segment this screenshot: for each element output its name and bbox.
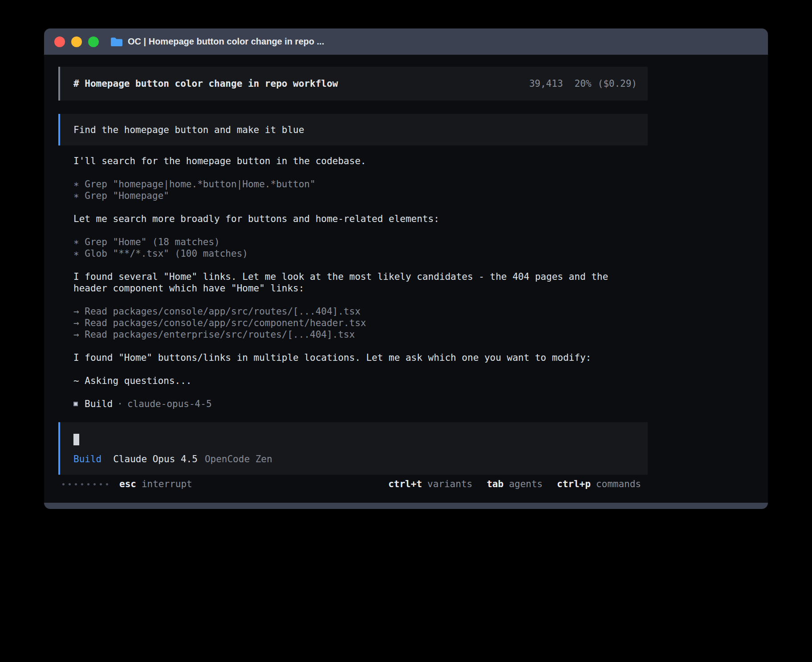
assistant-text: I found "Home" buttons/links in multiple…: [73, 352, 637, 363]
agent-separator: ·: [117, 398, 123, 410]
tool-call-read: → Read packages/console/app/src/routes/[…: [73, 306, 637, 317]
agent-status-row: Build · claude-opus-4-5: [73, 398, 637, 410]
terminal-body: # Homepage button color change in repo w…: [44, 55, 768, 503]
prompt-input[interactable]: Build Claude Opus 4.5 OpenCode Zen: [58, 422, 648, 475]
blank-line: [73, 202, 637, 213]
conversation-transcript: I'll search for the homepage button in t…: [58, 155, 648, 410]
session-header: # Homepage button color change in repo w…: [58, 67, 648, 101]
blank-line: [73, 294, 637, 306]
blank-line: [73, 363, 637, 375]
token-count: 39,413: [529, 78, 563, 89]
ctrl-t-key-hint: ctrl+t: [388, 479, 422, 489]
window-title: OC | Homepage button color change in rep…: [128, 36, 324, 47]
tool-call-grep: ∗ Grep "homepage|home.*button|Home.*butt…: [73, 178, 637, 190]
status-left: esc interrupt: [62, 479, 192, 489]
agent-model: claude-opus-4-5: [127, 398, 212, 410]
status-bar: esc interrupt ctrl+t variants tab agents…: [58, 478, 648, 490]
user-message: Find the homepage button and make it blu…: [58, 114, 648, 145]
commands-label: commands: [596, 479, 641, 489]
agents-label: agents: [509, 479, 543, 489]
context-percent: 20%: [575, 78, 592, 89]
minimize-button[interactable]: [71, 36, 82, 47]
assistant-status-text: ~ Asking questions...: [73, 375, 637, 387]
window-titlebar[interactable]: OC | Homepage button color change in rep…: [44, 28, 768, 55]
shortcut-commands: ctrl+p commands: [557, 479, 641, 489]
tool-call-grep: ∗ Grep "Home" (18 matches): [73, 236, 637, 248]
shortcut-variants: ctrl+t variants: [388, 479, 472, 489]
prompt-model: Claude Opus 4.5: [113, 454, 198, 464]
blank-line: [73, 167, 637, 178]
tool-call-read: → Read packages/enterprise/src/routes/[.…: [73, 329, 637, 340]
esc-key-hint: esc: [119, 479, 136, 489]
content-column: # Homepage button color change in repo w…: [58, 67, 648, 490]
close-button[interactable]: [54, 36, 65, 47]
blank-line: [73, 387, 637, 398]
user-message-text: Find the homepage button and make it blu…: [73, 125, 304, 135]
assistant-text: I found several "Home" links. Let me loo…: [73, 271, 637, 294]
ctrl-p-key-hint: ctrl+p: [557, 479, 591, 489]
shortcut-agents: tab agents: [487, 479, 543, 489]
session-title: # Homepage button color change in repo w…: [73, 78, 338, 89]
zoom-button[interactable]: [88, 36, 99, 47]
prompt-provider: OpenCode Zen: [205, 454, 272, 464]
session-stats: 39,413 20% ($0.29): [529, 78, 637, 89]
prompt-mode: Build: [73, 454, 102, 464]
build-square-icon: [73, 402, 78, 406]
variants-label: variants: [427, 479, 472, 489]
esc-key-label: interrupt: [142, 479, 192, 489]
assistant-text: Let me search more broadly for buttons a…: [73, 213, 637, 225]
text-cursor: [73, 434, 79, 445]
blank-line: [73, 340, 637, 352]
folder-icon: [110, 37, 122, 46]
tool-call-grep: ∗ Grep "Homepage": [73, 190, 637, 202]
assistant-text: I'll search for the homepage button in t…: [73, 155, 637, 167]
window-bottom-chrome: [44, 503, 768, 509]
blank-line: [73, 259, 637, 271]
prompt-meta: Build Claude Opus 4.5 OpenCode Zen: [73, 453, 637, 465]
window-title-group: OC | Homepage button color change in rep…: [110, 36, 324, 47]
traffic-lights: [54, 36, 99, 47]
tab-key-hint: tab: [487, 479, 503, 489]
status-right: ctrl+t variants tab agents ctrl+p comman…: [388, 479, 641, 489]
terminal-window: OC | Homepage button color change in rep…: [44, 28, 768, 509]
session-cost: ($0.29): [597, 78, 637, 89]
agent-name: Build: [85, 398, 113, 410]
tool-call-read: → Read packages/console/app/src/componen…: [73, 317, 637, 329]
blank-line: [73, 225, 637, 236]
dot-spinner: [62, 483, 108, 485]
tool-call-glob: ∗ Glob "**/*.tsx" (100 matches): [73, 248, 637, 259]
